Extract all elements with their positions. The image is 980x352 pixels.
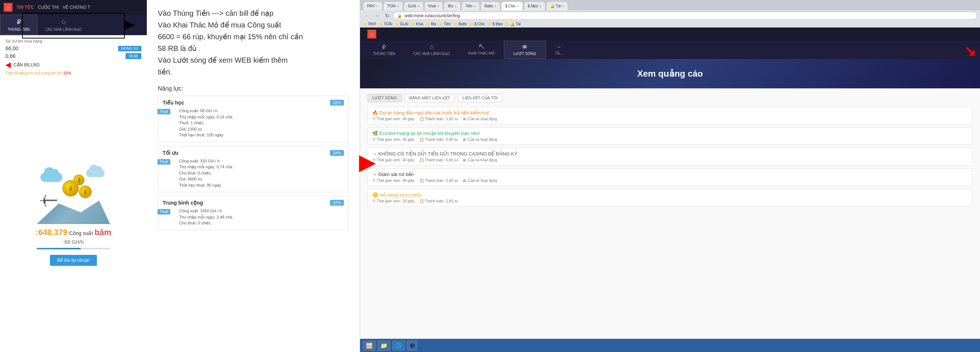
browser-tab-khai[interactable]: Khai × (424, 2, 443, 10)
tab-close-batts[interactable]: × (495, 5, 496, 8)
bitcoin-coin-3: ₿ (73, 174, 84, 186)
refresh-button[interactable]: ↻ (383, 12, 391, 19)
nav-cuocthi[interactable]: CUỘC THI (38, 5, 59, 10)
site-tab-khai-thac-mo[interactable]: ⛏ KHAI THÁC MỎ (459, 41, 504, 59)
ad-item-3: → Giám sát rút tiền ⏱ Thời gian xem: 40 … (368, 168, 973, 186)
package-trung-binh-cong: Trung bình cộng 37% Thuê Công suất: 1450… (158, 196, 349, 230)
ad-title-1[interactable]: 🌿 Eco-bot mang lại lợi nhuận tôi khuyên … (372, 130, 968, 136)
tab-close-mpo[interactable]: × (539, 5, 541, 8)
bonus-text: Tiền thưởng khi bổ sung lên tới 15% (5, 71, 141, 76)
bookmark-tai[interactable]: ⭐ 🔔 Tài (505, 22, 520, 26)
cloud2-icon (86, 169, 105, 177)
ad-item-1: 🌿 Eco-bot mang lại lợi nhuận tôi khuyên … (368, 127, 973, 145)
package-toi-uu: Tối ưu 34% Thuê Công suất: 310 GH / h Th… (158, 146, 349, 192)
can-bill-row: ◀ CẦN BILLNG (5, 61, 141, 69)
browser-tab-payi[interactable]: PAYI × (363, 2, 382, 10)
tab-close-tai[interactable]: × (562, 5, 564, 8)
power-bam: băm (95, 228, 111, 237)
tab-close-payi[interactable]: × (376, 5, 378, 8)
taskbar-settings-button[interactable]: ⚙ (407, 341, 417, 350)
bookmark-toai[interactable]: ⭐ TOÀI (379, 22, 392, 26)
bookmark-khai[interactable]: ⭐ Khai (410, 22, 423, 26)
ad-prefix-2: → (372, 151, 377, 157)
pkg-pct-1: 32% (330, 100, 344, 106)
instruction-line-5: Vào Lướt sóng để xem WEB kiếm thêm (158, 54, 349, 66)
home-button[interactable]: ⌂ (4, 3, 13, 12)
site-tab-thung-tien[interactable]: ₽ THÙNG TIỀN (364, 41, 404, 59)
form-area: Số dư khi mua hàng: 66,00 ĐỒNG XU 0,66 R… (0, 35, 147, 79)
bookmark-glai[interactable]: ⭐ GLAI (395, 22, 409, 26)
filter-luot-song[interactable]: LƯỚT SÓNG (368, 94, 401, 102)
tab-close-khai[interactable]: × (437, 5, 439, 8)
tab-close-chic[interactable]: × (517, 5, 519, 8)
site-home-button[interactable]: ⌂ (368, 30, 376, 38)
ad-payment-2: 📋 Thanh toán: 5,60 xu (420, 158, 458, 162)
taskbar-windows-button[interactable]: 🪟 (363, 341, 375, 350)
pkg-detail-1-0: Công suất: 58 GH / h (179, 108, 344, 114)
ad-title-text-0: Dự án hàng đầu ngư dân hài hước trả tiền… (380, 110, 489, 116)
mining-illustration: ₿ ₿ ₿ ⛏ (37, 165, 110, 224)
browser-tab-chic[interactable]: $ Chic × (501, 2, 523, 10)
ad-payment-1: 📋 Thanh toán: 5,60 xu (420, 138, 458, 141)
tab-close-glai[interactable]: × (418, 5, 420, 8)
bookmark-chic[interactable]: ⭐ $ Chic (469, 22, 485, 26)
tab-thung-tien-label: THÙNG TIỀN (8, 27, 30, 32)
filter-dang-mot-lien-ket[interactable]: ĐĂNG MỘT LIÊN KẾT (404, 94, 455, 102)
back-button[interactable]: ← (363, 12, 371, 19)
site-tab-luot-song[interactable]: 👁 LƯỚT SÓNG (504, 41, 546, 59)
pkg-name-2: Tối ưu (162, 150, 178, 156)
ad-window-3: 🖥 Cửa số hoạt động (463, 179, 497, 182)
browser-tab-tai[interactable]: 🔔 Tài × (546, 2, 568, 10)
pkg-detail-2-2: Cho thuê: 0 chiếc. (179, 170, 344, 176)
site-tab-more[interactable]: → TẢ... (546, 41, 572, 59)
rub-button[interactable]: RUB (126, 53, 141, 59)
tab-close-toai[interactable]: × (397, 5, 399, 8)
bookmark-mpo[interactable]: ⭐ $ Mpo (487, 22, 503, 26)
bonus-pct: 15% (63, 71, 71, 75)
forward-button[interactable]: → (373, 12, 381, 19)
nav-vechungti[interactable]: VÉ CHỨNG T (63, 5, 90, 10)
ad-title-2[interactable]: → KHÔNG CÓ TIỀN GỬI TIỀN GỬI TRONG CASIN… (372, 151, 968, 157)
pkg-badge-3[interactable]: Thuê (158, 209, 170, 214)
address-bar[interactable]: 🔒 web-mine.ru/account/serfing (393, 12, 977, 20)
power-display: :640.379 Công suất băm (36, 228, 111, 237)
instruction-line-1: Vào Thùng Tiền ---> cân bill để nạp (158, 7, 349, 19)
pkg-badge-1[interactable]: Thuê (158, 109, 170, 114)
browser-tabs-bar: PAYI × TOÀI × GLAI × Khai × Bts × Tiên × (360, 0, 980, 10)
red-arrow-left-icon: ◀ (5, 61, 11, 69)
ad-prefix-4: 🟡 (372, 192, 378, 198)
bookmark-tien[interactable]: ⭐ Tiên (438, 22, 451, 26)
ad-title-text-4: mỏ vàng lucro certo (380, 192, 422, 198)
browser-tab-toai[interactable]: TOÀI × (383, 2, 403, 10)
dong-xu-button[interactable]: ĐỒNG XU (118, 46, 141, 51)
pkg-header-1: Tiểu học 32% (162, 100, 344, 106)
taskbar-folder-button[interactable]: 📁 (378, 341, 390, 350)
thu-loi-nhuan-button[interactable]: Để thu lợi nhuận (50, 255, 97, 266)
pkg-badge-2[interactable]: Thuê (158, 159, 170, 165)
address-text: web-mine.ru/account/serfing (404, 13, 460, 18)
tab-nha-lanh-dao[interactable]: ☆ CÁC NHÀ LÃNH ĐẠO (37, 15, 89, 35)
filter-lien-ket-cua-toi[interactable]: LIÊN KẾT CỦA TÔI (458, 94, 502, 102)
ad-meta-4: ⏱ Thời gian xem: 20 giây. 📋 Thanh toán: … (372, 199, 968, 203)
site-tab-luot-song-label: LƯỚT SÓNG (514, 52, 536, 56)
tab-close-bts[interactable]: × (455, 5, 457, 8)
ad-title-0[interactable]: 🔥 Dự án hàng đầu ngư dân hài hước trả ti… (372, 110, 968, 116)
bitcoin-coin-2: ₿ (79, 186, 92, 198)
bookmark-bts[interactable]: ⭐ Bts (425, 22, 436, 26)
site-tab-nha-lanh-dao[interactable]: ☆ CÁC NHÀ LÃNH ĐẠO (404, 41, 459, 59)
tab-close-tien[interactable]: × (474, 5, 476, 8)
ad-item-0: 🔥 Dự án hàng đầu ngư dân hài hước trả ti… (368, 107, 973, 124)
nav-tintuc[interactable]: TIN TỨC (16, 5, 34, 10)
browser-tab-mpo[interactable]: $ Mpo × (524, 2, 546, 10)
ad-title-4[interactable]: 🟡 mỏ vàng lucro certo (372, 192, 968, 198)
tab-nha-lanh-dao-label: CÁC NHÀ LÃNH ĐẠO (45, 27, 81, 32)
tab-thung-tien[interactable]: ₽ THÙNG TIỀN (0, 15, 37, 35)
browser-tab-bts[interactable]: Bts × (444, 2, 461, 10)
browser-tab-batts[interactable]: Batts × (480, 2, 500, 10)
taskbar-browser-button[interactable]: 🌐 (392, 341, 405, 350)
ad-title-3[interactable]: → Giám sát rút tiền (372, 171, 968, 177)
browser-tab-tien[interactable]: Tiên × (461, 2, 480, 10)
browser-tab-glai[interactable]: GLAI × (404, 2, 423, 10)
bookmark-batts[interactable]: ⭐ Batts (453, 22, 467, 26)
bookmark-payi[interactable]: ⭐ PAYI (363, 22, 376, 26)
